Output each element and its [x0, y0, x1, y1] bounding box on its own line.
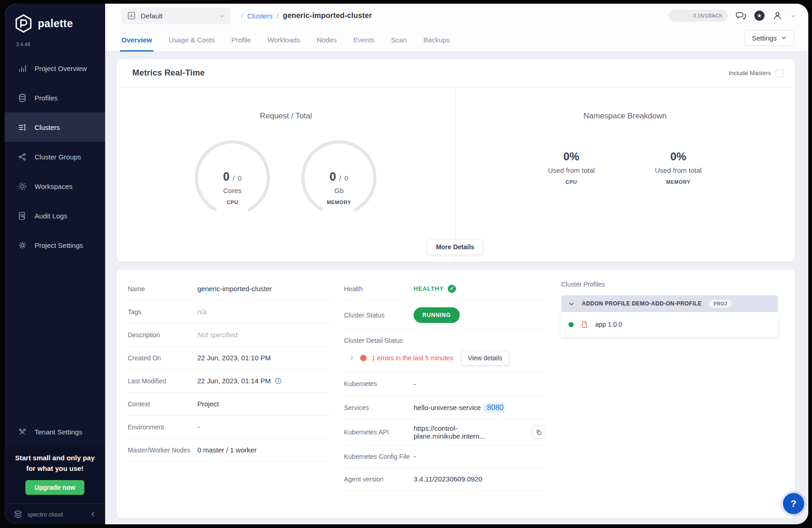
more-details-button[interactable]: More Details — [427, 239, 483, 255]
namespace-memory-percent: 0% — [628, 150, 729, 163]
error-message: 1 errors in the last 5 minutes — [372, 354, 453, 362]
sidebar-item-label: Audit Logs — [35, 212, 67, 220]
cpu-gauge-unit: Cores — [193, 187, 272, 194]
memory-gauge-value: 0 / 0 — [300, 170, 378, 183]
tab-workloads[interactable]: Workloads — [267, 28, 300, 52]
tab-events[interactable]: Events — [353, 28, 374, 52]
cpu-gauge-value: 0 / 0 — [193, 170, 272, 183]
tab-profile[interactable]: Profile — [231, 28, 251, 52]
sidebar-item-clusters[interactable]: Clusters — [5, 112, 105, 142]
detail-row-name: Name generic-imported-cluster — [128, 277, 331, 300]
agent-version-row: Agent version 3.4.11/20230609.0920 — [344, 468, 545, 491]
project-selector-value: Default — [141, 12, 163, 20]
app-version: 3.4.48 — [16, 41, 30, 47]
kubernetes-api-row: Kubernetes API https://control-plane.min… — [344, 419, 545, 446]
namespace-memory-label: MEMORY — [628, 179, 729, 185]
cluster-profiles-panel: Cluster Profiles ADDON PROFILE DEMO-ADD-… — [561, 281, 778, 337]
help-button[interactable]: ? — [783, 493, 804, 514]
database-icon — [18, 93, 27, 103]
whats-new-icon[interactable]: ★ — [754, 11, 765, 21]
orbit-icon — [18, 182, 27, 191]
pack-name: app 1.0.0 — [595, 321, 622, 328]
topbar-row: Default / Clusters / generic-imported-cl… — [105, 4, 808, 28]
tab-nodes[interactable]: Nodes — [317, 28, 337, 52]
services-row: Services hello-universe-service :8080 — [344, 396, 545, 419]
tab-usage-costs[interactable]: Usage & Costs — [169, 28, 215, 52]
detail-row-last-modified: Last Modified 22 Jun, 2023, 01:14 PM — [128, 370, 331, 393]
app-window: palette 3.4.48 Project Overview Profiles — [5, 4, 808, 524]
user-menu-chevron-icon[interactable] — [790, 13, 796, 19]
upgrade-now-button[interactable]: Upgrade now — [25, 480, 85, 495]
sidebar-item-label: Profiles — [35, 94, 58, 102]
sidebar-footer: spectro cloud — [5, 504, 105, 524]
info-icon[interactable] — [274, 377, 282, 385]
running-status-badge[interactable]: RUNNING — [414, 307, 460, 323]
sidebar-item-workspaces[interactable]: Workspaces — [5, 171, 105, 201]
memory-gauge-unit: Gb — [300, 187, 378, 194]
copy-icon[interactable] — [532, 425, 545, 439]
settings-button-label: Settings — [752, 34, 776, 42]
network-icon — [18, 152, 27, 162]
service-name: hello-universe-service — [414, 404, 481, 411]
sidebar-item-label: Cluster Groups — [35, 153, 81, 161]
chat-icon[interactable] — [735, 10, 747, 21]
user-icon[interactable] — [772, 11, 782, 21]
brand-logo: palette — [14, 14, 73, 33]
memory-gauge: 0 / 0 Gb MEMORY — [300, 139, 378, 217]
sidebar-item-project-overview[interactable]: Project Overview — [5, 53, 105, 83]
topbar: Default / Clusters / generic-imported-cl… — [105, 4, 808, 52]
include-masters-checkbox[interactable] — [776, 69, 784, 77]
project-selector[interactable]: Default — [121, 7, 231, 24]
error-row: 1 errors in the last 5 minutes View deta… — [344, 351, 545, 365]
service-port-link[interactable]: :8080 — [484, 403, 505, 413]
error-dot-icon — [360, 355, 367, 361]
details-left-column: Name generic-imported-cluster Tags n/a D… — [128, 277, 331, 462]
promo-text: Start small and only pay for what you us… — [10, 452, 100, 474]
sidebar-item-audit-logs[interactable]: Audit Logs — [5, 201, 105, 230]
audit-log-icon — [18, 211, 27, 221]
detail-row-context: Context Project — [128, 393, 331, 416]
request-total-title: Request / Total — [117, 111, 455, 121]
tab-backups[interactable]: Backups — [423, 28, 450, 52]
sidebar-item-cluster-groups[interactable]: Cluster Groups — [5, 142, 105, 171]
namespace-memory-caption: Used from total — [628, 166, 729, 174]
footer-brand: spectro cloud — [27, 511, 63, 518]
cluster-detail-status-block: Cluster Detail Status 1 errors in the la… — [344, 330, 545, 372]
profile-pack-row[interactable]: app 1.0.0 — [561, 312, 778, 337]
cluster-details-card: Name generic-imported-cluster Tags n/a D… — [117, 270, 795, 518]
view-details-button[interactable]: View details — [461, 351, 509, 365]
metrics-title: Metrics Real-Time — [132, 68, 205, 78]
chevron-down-icon — [219, 12, 225, 19]
sidebar-collapse-button[interactable] — [89, 510, 97, 518]
metrics-card: Metrics Real-Time Include Masters Reques… — [117, 59, 795, 262]
sidebar-item-profiles[interactable]: Profiles — [5, 83, 105, 112]
list-icon — [18, 123, 27, 132]
tab-scan[interactable]: Scan — [391, 28, 407, 52]
settings-button[interactable]: Settings — [745, 30, 794, 46]
tab-overview[interactable]: Overview — [121, 28, 152, 52]
include-masters-control: Include Masters — [729, 69, 784, 77]
breadcrumb-separator: / — [241, 12, 243, 20]
sidebar-item-label: Tenant Settings — [35, 428, 82, 436]
check-icon: ✓ — [448, 285, 456, 293]
details-middle-column: Health HEALTHY ✓ Cluster Status RUNNING … — [344, 277, 545, 491]
health-row: Health HEALTHY ✓ — [344, 277, 545, 300]
usage-badge: 0.15/100kCh — [669, 10, 728, 22]
sidebar-item-project-settings[interactable]: Project Settings — [5, 230, 105, 260]
cluster-tabs: Overview Usage & Costs Profile Workloads… — [105, 28, 808, 52]
kubernetes-config-row: Kubernetes Config File - — [344, 446, 545, 468]
cluster-profiles-title: Cluster Profiles — [561, 281, 778, 288]
pack-status-dot — [569, 322, 574, 327]
expand-chevron-icon[interactable] — [349, 355, 355, 361]
sidebar: palette 3.4.48 Project Overview Profiles — [5, 4, 105, 524]
breadcrumb-link-clusters[interactable]: Clusters — [247, 12, 273, 20]
cluster-profile-accordion-header[interactable]: ADDON PROFILE DEMO-ADD-ON-PROFILE PROJ — [561, 295, 778, 312]
namespace-cpu-caption: Used from total — [521, 166, 622, 174]
namespace-cpu-stat: 0% Used from total CPU — [521, 150, 622, 185]
sidebar-item-label: Workspaces — [35, 182, 72, 190]
bar-chart-icon — [18, 64, 27, 73]
sidebar-item-tenant-settings[interactable]: Tenant Settings — [5, 417, 105, 446]
namespace-memory-stat: 0% Used from total MEMORY — [628, 150, 729, 185]
upgrade-promo: Start small and only pay for what you us… — [5, 447, 105, 504]
detail-row-description: Description Not specified. — [128, 323, 331, 346]
